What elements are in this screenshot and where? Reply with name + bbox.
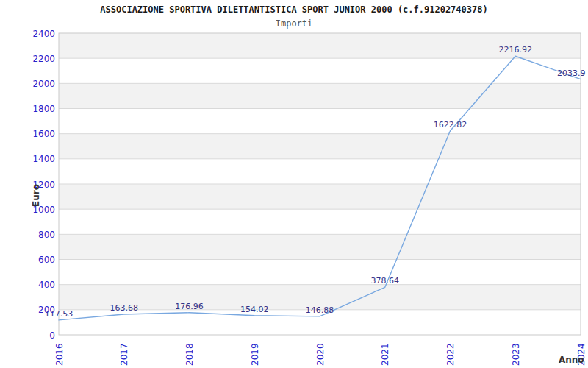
plot-band: [59, 209, 581, 234]
x-tick-label: 2018: [184, 343, 195, 366]
plot-band: [59, 134, 581, 159]
y-tick-label: 0: [49, 330, 55, 341]
x-tick-label: 2022: [445, 343, 456, 366]
y-tick-label: 400: [38, 280, 55, 290]
plot-band: [59, 234, 581, 259]
x-tick-label: 2019: [250, 343, 260, 366]
data-label: 2216.92: [499, 45, 533, 54]
plot-band: [59, 83, 581, 108]
y-tick-label: 600: [38, 255, 55, 265]
data-label: 176.96: [175, 302, 204, 311]
plot-band: [59, 159, 581, 184]
x-tick-label: 2021: [380, 343, 390, 366]
data-label: 163.68: [110, 303, 139, 313]
data-label: 2033.9: [557, 68, 586, 78]
plot-band: [59, 184, 581, 209]
x-tick-label: 2020: [315, 343, 326, 366]
data-label: 154.02: [240, 305, 269, 314]
y-axis-title: Euro: [31, 184, 41, 207]
x-tick-label: 2016: [54, 343, 65, 366]
y-tick-label: 2200: [32, 54, 55, 64]
line-chart: 117.53163.68176.96154.02146.88378.641622…: [0, 0, 588, 368]
y-tick-label: 800: [38, 230, 55, 240]
y-tick-label: 2400: [32, 29, 55, 39]
chart-canvas: ASSOCIAZIONE SPORTIVA DILETTANTISTICA SP…: [0, 0, 588, 368]
y-tick-label: 1800: [32, 104, 55, 114]
data-label: 378.64: [371, 276, 400, 286]
y-tick-label: 1400: [32, 154, 55, 164]
chart-subtitle: Importi: [0, 18, 588, 29]
y-tick-label: 1600: [32, 129, 55, 139]
plot-band: [59, 109, 581, 134]
y-tick-label: 200: [38, 305, 55, 315]
data-label: 1622.82: [434, 120, 467, 130]
data-label: 146.88: [306, 305, 334, 315]
y-tick-label: 2000: [32, 79, 55, 89]
x-tick-label: 2023: [511, 343, 521, 366]
plot-band: [59, 260, 581, 285]
x-tick-label: 2017: [119, 343, 129, 366]
x-axis-title: Anno: [559, 355, 584, 365]
chart-title: ASSOCIAZIONE SPORTIVA DILETTANTISTICA SP…: [0, 4, 588, 15]
